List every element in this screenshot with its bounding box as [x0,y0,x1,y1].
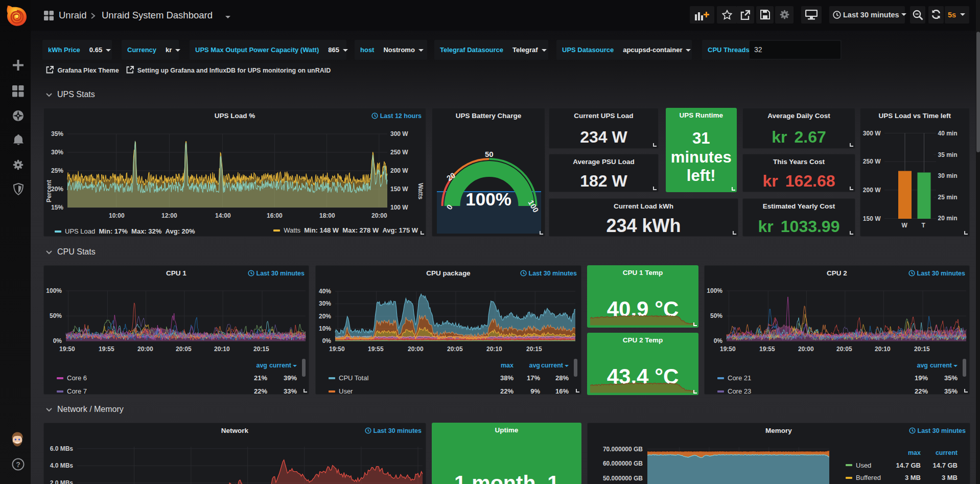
svg-text:?: ? [16,460,20,469]
svg-text:50: 50 [485,150,494,158]
